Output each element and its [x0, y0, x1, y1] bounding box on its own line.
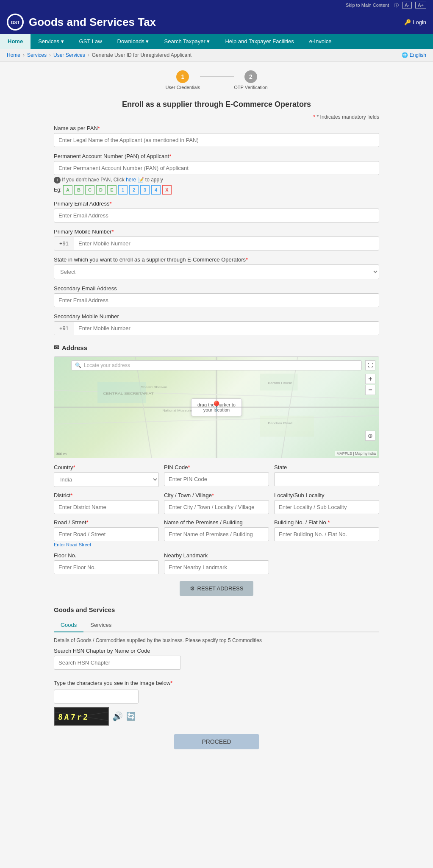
- pan-group: Permanent Account Number (PAN) of Applic…: [54, 153, 379, 195]
- goods-description: Details of Goods / Commodities supplied …: [54, 637, 379, 643]
- locality-input[interactable]: [274, 500, 379, 514]
- breadcrumb-user-services[interactable]: User Services: [53, 52, 85, 58]
- city-col: City / Town / Village*: [164, 492, 269, 514]
- road-label: Road / Street*: [54, 519, 159, 526]
- nav-gst-law[interactable]: GST Law: [72, 34, 110, 49]
- name-group: Name as per PAN*: [54, 125, 379, 147]
- nav-help[interactable]: Help and Taxpayer Facilities: [217, 34, 301, 49]
- landmark-input[interactable]: [164, 560, 269, 574]
- mobile-label: Primary Mobile Number*: [54, 228, 379, 235]
- city-input[interactable]: [164, 500, 269, 514]
- map-search-bar[interactable]: 🔍 Locate your address: [71, 360, 362, 370]
- pin-input[interactable]: [164, 472, 269, 486]
- state-addr-input[interactable]: [274, 472, 379, 486]
- map-fullscreen-btn[interactable]: ⛶: [365, 360, 375, 370]
- sec-email-group: Secondary Email Address: [54, 285, 379, 307]
- sec-mobile-input[interactable]: [74, 322, 379, 335]
- premises-input[interactable]: [164, 527, 269, 541]
- map-zoom-controls: + −: [365, 374, 375, 395]
- proceed-button[interactable]: PROCEED: [174, 734, 259, 749]
- mobile-prefix: +91: [54, 237, 74, 250]
- goods-section-title: Goods and Services: [54, 606, 379, 613]
- state-enrollment-group: State in which you want to enroll as a s…: [54, 256, 379, 279]
- sec-email-input[interactable]: [54, 293, 379, 307]
- language-button[interactable]: 🌐 English: [402, 52, 426, 58]
- sec-mobile-label: Secondary Mobile Number: [54, 313, 379, 320]
- district-col: District*: [54, 492, 159, 514]
- sec-mobile-field: +91: [54, 321, 379, 335]
- svg-text:GST: GST: [11, 20, 20, 25]
- name-input[interactable]: [54, 133, 379, 147]
- floor-col: Floor No.: [54, 552, 159, 574]
- breadcrumb-trail: Home › Services › User Services › Genera…: [7, 52, 192, 58]
- goods-tabs: Goods Services: [54, 618, 379, 632]
- info-icon: ⓘ: [394, 2, 399, 8]
- pan-link[interactable]: here: [126, 177, 136, 183]
- road-note: Enter Road Street: [54, 542, 159, 547]
- login-button[interactable]: 🔑 Login: [404, 19, 426, 25]
- pan-input[interactable]: [54, 161, 379, 175]
- building-input[interactable]: [274, 527, 379, 541]
- email-input[interactable]: [54, 209, 379, 223]
- map-attribution: MAPPLS | MapmyIndia: [335, 451, 377, 456]
- city-label: City / Town / Village*: [164, 492, 269, 498]
- captcha-input[interactable]: [54, 690, 139, 704]
- step-1-circle: 1: [176, 70, 189, 83]
- svg-text:CENTRAL SECRETARIAT: CENTRAL SECRETARIAT: [103, 392, 154, 395]
- district-input[interactable]: [54, 500, 159, 514]
- map-zoom-in[interactable]: +: [365, 374, 375, 384]
- name-label: Name as per PAN*: [54, 125, 379, 131]
- hsn-input[interactable]: [54, 656, 181, 670]
- login-icon: 🔑: [404, 19, 411, 25]
- landmark-label: Nearby Landmark: [164, 552, 269, 559]
- addr-row-1: Country* India PIN Code* State: [54, 464, 379, 487]
- tab-services[interactable]: Services: [83, 618, 118, 632]
- breadcrumb-services[interactable]: Services: [27, 52, 47, 58]
- captcha-image-row: 8A7r2 🔊 🔄: [54, 707, 379, 726]
- reset-address-button[interactable]: ⚙ RESET ADDRESS: [180, 581, 254, 596]
- road-col: Road / Street* Enter Road Street: [54, 519, 159, 547]
- email-label: Primary Email Address*: [54, 200, 379, 207]
- header: GST Goods and Services Tax 🔑 Login: [0, 10, 433, 34]
- sec-mobile-prefix: +91: [54, 322, 74, 335]
- map-search-icon: 🔍: [75, 362, 81, 368]
- tab-goods[interactable]: Goods: [54, 618, 83, 632]
- form-title: Enroll as a supplier through E-Commerce …: [54, 100, 379, 109]
- captcha-refresh-button[interactable]: 🔄: [126, 712, 136, 721]
- refresh-icon: 🔄: [126, 712, 136, 721]
- nav-services[interactable]: Services ▾: [31, 34, 71, 49]
- font-small-btn[interactable]: A-: [402, 2, 412, 8]
- nav-search-taxpayer[interactable]: Search Taxpayer ▾: [156, 34, 217, 49]
- reset-icon: ⚙: [190, 585, 195, 592]
- landmark-col: Nearby Landmark: [164, 552, 269, 574]
- captcha-sound-button[interactable]: 🔊: [112, 711, 123, 721]
- info-icon: i: [54, 177, 61, 184]
- step-1-label: User Credentials: [165, 85, 200, 90]
- map-container[interactable]: CENTRAL SECRETARIAT Shastri Bhawan Barod…: [54, 356, 379, 458]
- hsn-group: Search HSN Chapter by Name or Code: [54, 648, 379, 670]
- step-2-label: OTP Verification: [234, 85, 267, 90]
- nav-downloads[interactable]: Downloads ▾: [110, 34, 157, 49]
- nav-einvoice[interactable]: e-Invoice: [302, 34, 339, 49]
- country-select[interactable]: India: [54, 472, 159, 487]
- addr-row-3: Road / Street* Enter Road Street Name of…: [54, 519, 379, 547]
- font-large-btn[interactable]: A+: [415, 2, 426, 8]
- hsn-label: Search HSN Chapter by Name or Code: [54, 648, 379, 654]
- road-input[interactable]: [54, 527, 159, 541]
- state-select[interactable]: Select: [54, 264, 379, 279]
- map-locate-btn[interactable]: ⊕: [365, 431, 375, 441]
- pin-col: PIN Code*: [164, 464, 269, 487]
- nav-home[interactable]: Home: [0, 34, 31, 49]
- mobile-input[interactable]: [74, 237, 379, 250]
- breadcrumb-home[interactable]: Home: [7, 52, 20, 58]
- captcha-label: Type the characters you see in the image…: [54, 680, 379, 686]
- skip-link[interactable]: Skip to Main Content: [346, 3, 389, 8]
- floor-label: Floor No.: [54, 552, 159, 559]
- floor-input[interactable]: [54, 560, 159, 574]
- mandatory-note: * * Indicates mandatory fields: [54, 114, 379, 120]
- building-label: Building No. / Flat No.*: [274, 519, 379, 526]
- state-enrollment-label: State in which you want to enroll as a s…: [54, 256, 379, 263]
- map-zoom-out[interactable]: −: [365, 385, 375, 395]
- country-col: Country* India: [54, 464, 159, 487]
- country-label: Country*: [54, 464, 159, 470]
